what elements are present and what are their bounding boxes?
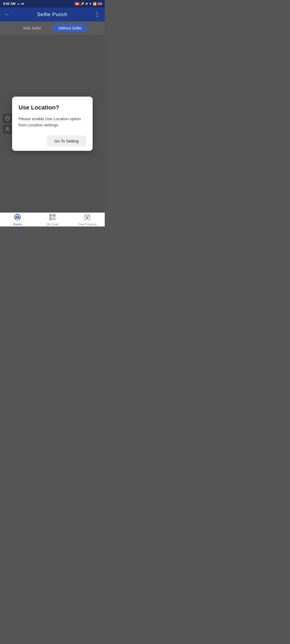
nav-label-timetracking: Time Tracking xyxy=(78,223,97,226)
app-bar: ← Selfie Punch ⋮ xyxy=(0,8,105,21)
svg-rect-14 xyxy=(53,218,54,218)
dialog-overlay: Use Location? Please enable Use Location… xyxy=(0,35,105,213)
record-icon: ●▶ xyxy=(75,2,79,5)
status-time: 9:02 AM ▭ ⇌ xyxy=(3,2,24,6)
nav-label-punch: Punch xyxy=(13,223,21,226)
location-dialog: Use Location? Please enable Use Location… xyxy=(12,97,93,151)
dialog-body: Please enable Use Location option from L… xyxy=(19,116,86,128)
dialog-actions: Go To Setting xyxy=(19,136,86,147)
calendar-icon xyxy=(84,214,91,222)
main-content: Use Location? Please enable Use Location… xyxy=(0,35,105,213)
more-button[interactable]: ⋮ xyxy=(94,11,100,18)
nav-label-qrcode: QR Code xyxy=(46,223,59,226)
bluetooth-icon: ✱ xyxy=(85,2,88,6)
svg-rect-17 xyxy=(55,219,55,220)
app-bar-title: Selfie Punch xyxy=(37,12,67,17)
wifi-icon: 📶 xyxy=(93,2,97,6)
status-icons: ●▶ 🔑 ✱ ▼ 📶 xyxy=(75,2,102,6)
battery-icon xyxy=(98,3,102,5)
nav-item-qrcode[interactable]: QR Code xyxy=(35,214,70,226)
punch-icon xyxy=(14,214,21,222)
svg-rect-15 xyxy=(54,218,55,218)
nav-item-punch[interactable]: Punch xyxy=(0,214,35,226)
nav-item-timetracking[interactable]: Time Tracking xyxy=(70,214,105,226)
dialog-title: Use Location? xyxy=(19,104,86,111)
svg-rect-22 xyxy=(86,217,88,219)
tab-with-selfie[interactable]: With Selfie xyxy=(17,24,47,32)
signal-icon: ▼ xyxy=(89,2,92,5)
qr-icon xyxy=(49,214,56,222)
svg-rect-16 xyxy=(53,219,54,220)
svg-rect-13 xyxy=(50,218,51,219)
status-bar: 9:02 AM ▭ ⇌ ●▶ 🔑 ✱ ▼ 📶 xyxy=(0,0,105,8)
tab-row: With Selfie Without Selfie xyxy=(0,21,105,35)
back-button[interactable]: ← xyxy=(4,11,10,18)
go-to-setting-button[interactable]: Go To Setting xyxy=(47,136,86,147)
tab-without-selfie[interactable]: Without Selfie xyxy=(52,24,87,32)
key-icon: 🔑 xyxy=(81,2,84,6)
svg-rect-11 xyxy=(53,215,55,216)
svg-rect-9 xyxy=(50,215,51,216)
bottom-nav: Punch QR Code xyxy=(0,213,105,226)
